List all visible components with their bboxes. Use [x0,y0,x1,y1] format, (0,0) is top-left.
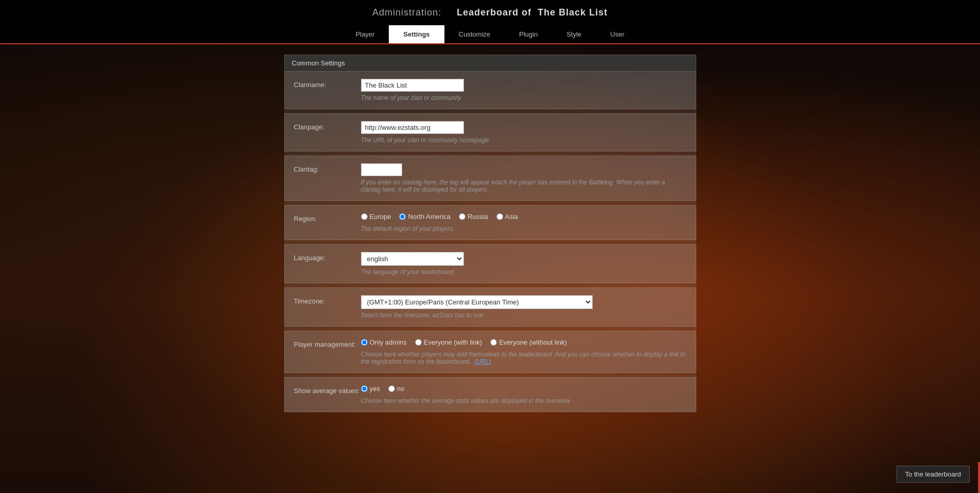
leaderboard-prefix: Leaderboard of [457,7,531,18]
clanpage-row: Clanpage: The URL of your clan or commun… [284,113,696,151]
region-hint: The default region of your players. [361,225,686,232]
region-russia-label: Russia [468,213,488,220]
language-label: Language: [294,252,361,262]
region-russia[interactable]: Russia [459,213,488,220]
admin-label: Administration: [372,7,441,18]
show-average-hint: Choose here whether the average stats va… [361,397,686,404]
tab-settings[interactable]: Settings [389,25,444,43]
timezone-row: Timezone: (GMT+1:00) Europe/Paris (Centr… [284,287,696,327]
pm-only-admins-label: Only admins [370,338,407,346]
region-europe-radio[interactable] [361,213,368,220]
player-management-label: Player management: [294,338,361,348]
pm-everyone-without-link[interactable]: Everyone (without link) [490,338,567,346]
main-content: Common Settings Clanname: The name of yo… [279,55,701,412]
region-north-america[interactable]: North America [399,213,450,220]
pm-everyone-without-link-label: Everyone (without link) [499,338,567,346]
clanpage-input[interactable] [361,121,464,134]
tab-user[interactable]: User [596,25,639,43]
language-select[interactable]: english german french spanish [361,252,464,266]
section-title: Common Settings [292,59,345,67]
clanname-input[interactable] [361,79,464,92]
clantag-input[interactable] [361,163,402,176]
timezone-select[interactable]: (GMT+1:00) Europe/Paris (Central Europea… [361,295,593,309]
region-russia-radio[interactable] [459,213,466,220]
clanname-hint: The name of your clan or community [361,94,686,101]
region-asia-radio[interactable] [496,213,503,220]
region-row: Region: Europe North America Russia [284,205,696,240]
region-north-america-label: North America [408,213,450,220]
clanpage-control [361,121,686,134]
clanpage-label: Clanpage: [294,121,361,131]
clan-name-title: The Black List [538,7,608,18]
header: Administration: Leaderboard of The Black… [0,0,980,44]
show-average-control: yes no [361,385,686,393]
tab-customize[interactable]: Customize [444,25,505,43]
region-label: Region: [294,213,361,223]
pm-only-admins-radio[interactable] [361,339,368,346]
timezone-control: (GMT+1:00) Europe/Paris (Central Europea… [361,295,686,309]
show-average-yes[interactable]: yes [361,385,380,393]
timezone-hint: Select here the timezone, ezStats has to… [361,312,686,319]
tab-style[interactable]: Style [552,25,596,43]
player-management-hint: Choose here whether players may add them… [361,351,686,365]
leaderboard-title: Leaderboard of The Black List [457,7,608,18]
tab-plugin[interactable]: Plugin [505,25,552,43]
player-management-control: Only admins Everyone (with link) Everyon… [361,338,686,346]
language-row: Language: english german french spanish … [284,244,696,283]
tab-player[interactable]: Player [341,25,389,43]
pm-everyone-without-link-radio[interactable] [490,339,497,346]
clantag-hint: If you enter no clantag here, the tag wi… [361,179,686,193]
player-management-hint-text: Choose here whether players may add them… [361,351,686,365]
show-average-yes-label: yes [370,385,380,393]
pm-everyone-with-link-label: Everyone (with link) [424,338,482,346]
registration-url-link[interactable]: (URL) [474,358,491,365]
pm-only-admins[interactable]: Only admins [361,338,407,346]
region-europe[interactable]: Europe [361,213,391,220]
show-average-label: Show average values: [294,385,361,395]
pm-everyone-with-link[interactable]: Everyone (with link) [415,338,482,346]
show-average-row: Show average values: yes no Choose here … [284,377,696,412]
player-management-row: Player management: Only admins Everyone … [284,331,696,373]
region-europe-label: Europe [370,213,391,220]
region-asia-label: Asia [505,213,518,220]
clanname-row: Clanname: The name of your clan or commu… [284,71,696,109]
show-average-no[interactable]: no [388,385,404,393]
red-accent [978,462,980,493]
show-average-no-label: no [397,385,404,393]
show-average-yes-radio[interactable] [361,385,368,392]
section-header: Common Settings [284,55,696,71]
pm-everyone-with-link-radio[interactable] [415,339,422,346]
clanname-label: Clanname: [294,79,361,89]
region-asia[interactable]: Asia [496,213,518,220]
language-control: english german french spanish [361,252,686,266]
show-average-no-radio[interactable] [388,385,395,392]
clantag-label: Clantag: [294,163,361,173]
clanpage-hint: The URL of your clan or community homepa… [361,137,686,144]
language-hint: The language of your leaderboard [361,268,686,276]
leaderboard-button[interactable]: To the leaderboard [897,466,970,483]
page-title: Administration: Leaderboard of The Black… [0,7,980,18]
timezone-label: Timezone: [294,295,361,305]
clanname-control [361,79,686,92]
region-north-america-radio[interactable] [399,213,406,220]
settings-panel: Clanname: The name of your clan or commu… [284,71,696,412]
nav-tabs: Player Settings Customize Plugin Style U… [0,25,980,43]
clantag-row: Clantag: If you enter no clantag here, t… [284,156,696,201]
region-control: Europe North America Russia Asia [361,213,686,220]
clantag-control [361,163,686,176]
